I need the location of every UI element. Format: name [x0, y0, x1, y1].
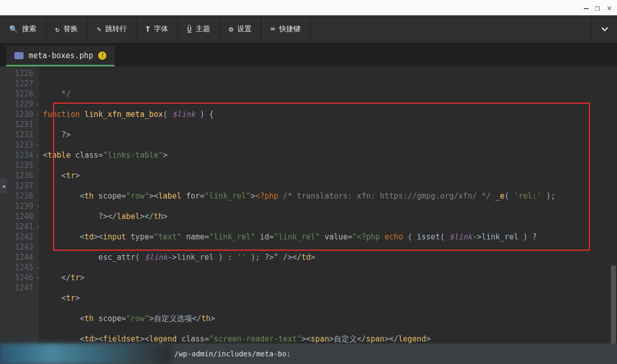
- settings-label: 设置: [237, 25, 252, 34]
- tab-meta-boxes[interactable]: meta-boxes.php !: [6, 46, 115, 66]
- gear-icon: ⚙: [229, 25, 233, 33]
- status-path: /wp-admin/includes/meta-bo:: [174, 350, 291, 358]
- tab-bar: meta-boxes.php !: [0, 43, 617, 66]
- search-icon: 🔍: [9, 25, 18, 33]
- window-titlebar: — ❐ ✕: [0, 0, 617, 15]
- chevron-down-icon: [601, 26, 608, 33]
- theme-icon: Ü: [187, 25, 191, 33]
- line-gutter: 122612271228122912301231 1232 1233123412…: [0, 66, 40, 344]
- status-bar: /wp-admin/includes/meta-bo:: [0, 344, 617, 364]
- goto-button[interactable]: ✎ 跳转行: [87, 15, 136, 43]
- main-toolbar: 🔍 搜索 ↻ 替换 ✎ 跳转行 T 字体 Ü 主题 ⚙ 设置 ⌨ 快捷键: [0, 15, 617, 43]
- font-icon: T: [146, 25, 150, 33]
- minimize-button[interactable]: —: [584, 3, 588, 13]
- tab-filename: meta-boxes.php: [29, 51, 93, 60]
- warning-icon: !: [98, 52, 106, 60]
- shortcuts-label: 快捷键: [279, 25, 301, 34]
- replace-label: 替换: [63, 25, 78, 34]
- code-area[interactable]: */ function link_xfn_meta_box( $link ) {…: [40, 66, 617, 344]
- code-editor[interactable]: 122612271228122912301231 1232 1233123412…: [0, 66, 617, 344]
- font-label: 字体: [154, 25, 168, 34]
- search-button[interactable]: 🔍 搜索: [0, 15, 46, 43]
- replace-icon: ↻: [55, 25, 59, 33]
- chevron-left-icon: ◀: [2, 183, 5, 189]
- goto-label: 跳转行: [105, 25, 127, 34]
- search-label: 搜索: [22, 25, 36, 34]
- goto-icon: ✎: [97, 25, 101, 33]
- panel-expand-handle[interactable]: ◀: [0, 179, 7, 193]
- close-button[interactable]: ✕: [607, 3, 612, 13]
- php-file-icon: [14, 52, 24, 59]
- maximize-button[interactable]: ❐: [595, 3, 600, 13]
- keyboard-icon: ⌨: [270, 25, 275, 33]
- toolbar-expand-button[interactable]: [591, 15, 617, 43]
- theme-button[interactable]: Ü 主题: [178, 15, 219, 43]
- theme-label: 主题: [196, 25, 210, 34]
- font-button[interactable]: T 字体: [136, 15, 178, 43]
- shortcuts-button[interactable]: ⌨ 快捷键: [261, 15, 310, 43]
- status-left-blur: [0, 344, 171, 364]
- vertical-scrollbar[interactable]: [610, 66, 617, 344]
- scrollbar-thumb[interactable]: [611, 265, 616, 347]
- settings-button[interactable]: ⚙ 设置: [220, 15, 261, 43]
- replace-button[interactable]: ↻ 替换: [46, 15, 87, 43]
